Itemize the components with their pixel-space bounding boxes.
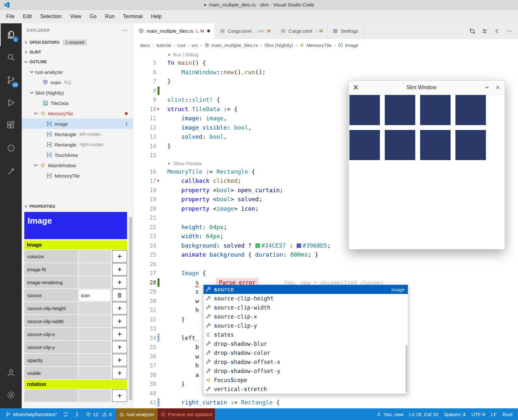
- activity-explorer[interactable]: 1: [0, 23, 22, 46]
- status-problems[interactable]: 120: [83, 408, 116, 420]
- line-number[interactable]: 32: [134, 315, 156, 324]
- outline-item-toucharea[interactable]: TouchArea: [22, 150, 133, 160]
- property-value[interactable]: [78, 367, 111, 379]
- menu-edit[interactable]: Edit: [19, 12, 36, 21]
- sidebar-scrollbar[interactable]: [129, 217, 132, 400]
- suggest-item-drop-shadow-offset-y[interactable]: drop-shadow-offset-y: [204, 367, 408, 376]
- go-back-icon[interactable]: [493, 28, 500, 35]
- line-number[interactable]: 7: [134, 77, 156, 86]
- add-property-button[interactable]: +: [112, 250, 127, 262]
- memory-tile[interactable]: [349, 130, 380, 160]
- line-number[interactable]: 24: [134, 241, 156, 251]
- line-number[interactable]: 20: [134, 204, 156, 214]
- activity-search[interactable]: [0, 46, 22, 69]
- section-slint[interactable]: SLINT: [22, 47, 133, 57]
- breadcrumb-rust[interactable]: rust: [177, 42, 185, 48]
- code-line[interactable]: 25 animate background { duration: 800ms;…: [134, 250, 518, 260]
- breadcrumb-src[interactable]: src: [192, 42, 198, 48]
- line-number[interactable]: 39: [134, 379, 156, 389]
- property-value[interactable]: [78, 276, 111, 288]
- property-value[interactable]: [78, 263, 111, 275]
- add-property-button[interactable]: +: [112, 354, 127, 366]
- suggest-item-source-clip-width[interactable]: source-clip-width: [204, 303, 408, 312]
- line-number[interactable]: 13: [134, 132, 156, 142]
- breadcrumb-main-multiple-tiles-rs[interactable]: main_multiple_tiles.rs: [204, 42, 258, 48]
- chevron-down-icon[interactable]: [484, 84, 490, 90]
- outline-item-rust-analyzer[interactable]: rust-analyzer: [22, 67, 133, 77]
- status-commits[interactable]: [71, 408, 83, 420]
- line-number[interactable]: 22: [134, 223, 156, 232]
- code-line[interactable]: 5fn main() {: [134, 58, 518, 68]
- status-rust-analyzer[interactable]: rust-analyzer: [116, 408, 158, 420]
- property-value[interactable]: icon: [78, 289, 111, 301]
- status-preview-status[interactable]: Preview not updated: [158, 408, 215, 420]
- status-language-mode[interactable]: Rust: [500, 408, 515, 420]
- status-indentation[interactable]: Spaces: 4: [441, 408, 468, 420]
- line-number[interactable]: 37: [134, 361, 156, 370]
- breadcrumb-docs[interactable]: docs: [140, 42, 150, 48]
- tab-cargo-toml[interactable]: Cargo.toml./M: [276, 23, 328, 39]
- line-number[interactable]: 6: [134, 68, 156, 77]
- outline-item-main-fn[interactable]: mainfn(): [22, 77, 133, 88]
- line-number[interactable]: 18: [134, 186, 156, 195]
- line-number[interactable]: 16: [134, 167, 156, 177]
- suggest-scrollbar[interactable]: [406, 345, 407, 392]
- activity-source-control[interactable]: 34: [0, 69, 22, 91]
- status-cursor-position[interactable]: Ln 28, Col 10: [406, 408, 441, 420]
- code-line[interactable]: 26: [134, 260, 518, 269]
- line-number[interactable]: 15: [134, 151, 156, 160]
- add-property-button[interactable]: +: [112, 390, 127, 402]
- outline-item-slint-nightly[interactable]: Slint (Nightly): [22, 88, 133, 98]
- suggest-item-states[interactable]: states: [204, 330, 408, 339]
- preview-title-bar[interactable]: Slint Window: [349, 81, 505, 94]
- line-number[interactable]: 19: [134, 195, 156, 204]
- suggest-item-drop-shadow-color[interactable]: drop-shadow-color: [204, 348, 408, 357]
- suggest-item-source[interactable]: sourceimage: [204, 285, 408, 294]
- property-value[interactable]: [78, 250, 111, 262]
- add-property-button[interactable]: +: [112, 263, 127, 275]
- delete-property-button[interactable]: [112, 289, 127, 301]
- activity-run-and-debug[interactable]: [0, 91, 22, 114]
- tab-cargo-toml[interactable]: Cargo.toml…/srcM: [215, 23, 276, 39]
- code-line[interactable]: 6 MainWindow::new().run();: [134, 68, 518, 77]
- line-number[interactable]: 31: [134, 306, 156, 315]
- outline-item-tiledata[interactable]: TileData: [22, 98, 133, 108]
- status-encoding[interactable]: UTF-8: [468, 408, 488, 420]
- code-line[interactable]: 27 Image {: [134, 269, 518, 278]
- line-number[interactable]: 21: [134, 213, 156, 223]
- line-number[interactable]: 8: [134, 86, 156, 96]
- property-value[interactable]: [78, 328, 111, 340]
- menu-selection[interactable]: Selection: [36, 12, 66, 21]
- line-number[interactable]: 29: [134, 287, 156, 297]
- memory-tile[interactable]: [420, 95, 451, 125]
- line-number[interactable]: 10: [134, 105, 156, 114]
- suggest-item-drop-shadow-blur[interactable]: drop-shadow-blur: [204, 339, 408, 348]
- section-open-editors[interactable]: OPEN EDITORS1 unsaved: [22, 38, 133, 47]
- line-number[interactable]: 27: [134, 269, 156, 278]
- status-sync[interactable]: [60, 408, 71, 420]
- section-properties[interactable]: PROPERTIES: [22, 202, 133, 211]
- breadcrumb-memorytile[interactable]: MemoryTile: [299, 42, 332, 48]
- add-property-button[interactable]: +: [112, 315, 127, 327]
- line-number[interactable]: 25: [134, 250, 156, 260]
- menu-file[interactable]: File: [2, 12, 19, 21]
- suggest-item-vertical-stretch[interactable]: vertical-stretch: [204, 385, 408, 394]
- more-actions-icon[interactable]: [121, 27, 128, 34]
- line-number[interactable]: 12: [134, 123, 156, 133]
- memory-tile[interactable]: [455, 95, 486, 125]
- outline-item-rectangle-right-curtain[interactable]: Rectangleright-curtain: [22, 139, 133, 150]
- menu-terminal[interactable]: Terminal: [119, 12, 147, 21]
- breadcrumb-tutorial[interactable]: tutorial: [157, 42, 171, 48]
- line-number[interactable]: 36: [134, 352, 156, 361]
- line-number[interactable]: 17: [134, 176, 156, 186]
- status-blame[interactable]: You, now: [373, 408, 406, 420]
- close-icon[interactable]: [495, 84, 501, 90]
- memory-tile[interactable]: [420, 130, 451, 160]
- tab-main-multiple-tiles-rs[interactable]: main_multiple_tiles.rs1, M: [134, 23, 215, 39]
- activity-accounts[interactable]: [0, 361, 22, 384]
- line-number[interactable]: 9: [134, 95, 156, 105]
- open-changes-icon[interactable]: [469, 28, 476, 35]
- menu-run[interactable]: Run: [101, 12, 119, 21]
- memory-tile[interactable]: [385, 95, 415, 125]
- line-number[interactable]: 26: [134, 260, 156, 269]
